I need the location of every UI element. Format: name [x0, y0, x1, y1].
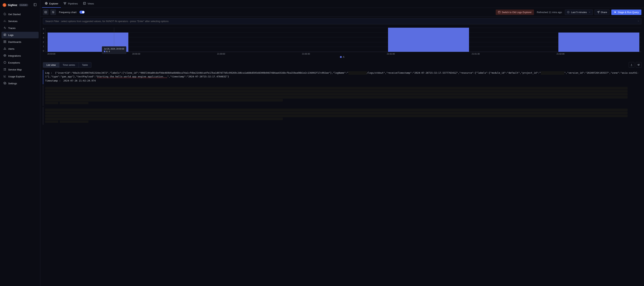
svg-rect-41: [45, 11, 47, 13]
redacted-text: [45, 99, 283, 101]
switch-old-explorer-label: Switch to Old Logs Explorer: [502, 11, 532, 14]
view-tab-table[interactable]: Table: [79, 62, 91, 67]
svg-point-28: [4, 83, 5, 84]
frequency-chart-label: Frequency chart: [59, 11, 76, 14]
sidebar-item-label: Dashboards: [8, 41, 21, 43]
share-label: Share: [601, 11, 607, 14]
sidebar-item-services[interactable]: Services: [2, 18, 38, 25]
svg-point-17: [5, 63, 5, 63]
download-button[interactable]: [629, 62, 634, 68]
frequency-chart[interactable]: 543210 20:59:0020:59:3021:00:0021:00:302…: [40, 26, 644, 61]
grid-icon: [3, 40, 6, 44]
play-icon: [614, 11, 616, 14]
frequency-chart-toggle[interactable]: [80, 11, 85, 14]
redacted-text: [45, 117, 283, 120]
view-tab-list-view[interactable]: List view: [43, 62, 59, 67]
switch-old-explorer-button[interactable]: Switch to Old Logs Explorer: [496, 10, 534, 15]
sidebar-item-usage-explorer[interactable]: Usage Explorer: [2, 73, 38, 80]
sidebar-item-exceptions[interactable]: Exceptions: [2, 59, 38, 66]
svg-rect-12: [5, 42, 6, 43]
sidebar-item-label: Usage Explorer: [8, 75, 25, 78]
chart-bar[interactable]: [48, 33, 128, 52]
alert-triangle-icon: [3, 47, 6, 51]
sidebar-item-service-map[interactable]: Service Map: [2, 66, 38, 73]
network-icon: [3, 68, 6, 71]
x-tick: 20:59:30: [132, 53, 217, 55]
log-entry[interactable]: [43, 85, 642, 106]
log-label: Log :: [45, 71, 52, 74]
sidebar-item-label: Exceptions: [8, 61, 20, 64]
sidebar-item-logs[interactable]: Logs: [2, 32, 38, 38]
svg-rect-44: [498, 11, 500, 13]
timestamp-label: Timestamp :: [45, 79, 61, 82]
redacted-text: [45, 87, 628, 90]
tab-icon: [64, 2, 66, 6]
y-tick: 5: [43, 28, 44, 30]
y-tick: 4: [43, 32, 44, 34]
redacted-text: [45, 109, 628, 111]
x-tick: 21:00:30: [302, 53, 387, 55]
chart-bar[interactable]: [388, 28, 469, 52]
svg-rect-11: [4, 42, 5, 43]
y-tick: 2: [43, 41, 44, 43]
svg-rect-38: [84, 2, 86, 5]
sidebar-item-label: Settings: [8, 82, 17, 85]
redacted-text: [45, 112, 628, 114]
redacted-text: [45, 102, 58, 104]
tab-label: Views: [88, 2, 94, 5]
svg-rect-36: [65, 3, 66, 3]
svg-line-43: [52, 12, 54, 13]
view-tab-time-series[interactable]: Time series: [59, 62, 79, 67]
gear-icon: [3, 82, 6, 85]
terminal-button[interactable]: [43, 9, 48, 15]
brand-name: SigNoz: [8, 3, 17, 7]
chart-bar[interactable]: [558, 33, 639, 52]
legend-swatch: [340, 56, 342, 58]
redacted-text: [45, 115, 628, 117]
tab-views[interactable]: Views: [80, 0, 96, 8]
cloud-badge: CLOUD: [19, 4, 28, 6]
y-tick: 3: [43, 37, 44, 39]
x-tick: 21:00:00: [217, 53, 302, 55]
svg-point-30: [46, 3, 47, 4]
x-tick: 21:01:00: [387, 53, 472, 55]
sidebar-item-alerts[interactable]: Alerts: [2, 46, 38, 52]
logs-icon: [3, 33, 6, 37]
sidebar-item-get-started[interactable]: Get Started: [2, 11, 38, 18]
time-range-value: Last 5 minutes: [571, 11, 587, 14]
package-icon: [3, 54, 6, 58]
tab-icon: [83, 2, 86, 6]
svg-point-21: [6, 70, 6, 70]
search-filter-input[interactable]: [43, 18, 642, 24]
svg-rect-35: [64, 3, 64, 3]
run-query-button[interactable]: Stage & Run Query: [611, 10, 642, 15]
sidebar-item-settings[interactable]: Settings: [2, 80, 38, 87]
redacted-text: [45, 96, 628, 98]
chevron-down-icon: [588, 11, 591, 13]
redacted-text: [45, 93, 628, 95]
columns-settings-button[interactable]: [636, 62, 642, 68]
tab-pipelines[interactable]: Pipelines: [61, 0, 80, 8]
legend-label: A: [343, 56, 344, 58]
svg-point-18: [4, 68, 4, 69]
log-body: {"insertId":"66a3c18100074d1314ec3472","…: [45, 71, 639, 78]
sidebar-collapse-button[interactable]: [33, 2, 38, 8]
y-tick: 1: [43, 45, 44, 48]
time-range-selector[interactable]: Last 5 minutes: [565, 10, 593, 15]
svg-rect-9: [4, 41, 5, 42]
tab-icon: [45, 2, 48, 6]
cancel-query-button[interactable]: [50, 9, 56, 15]
share-button[interactable]: Share: [594, 10, 610, 15]
redacted-text: [45, 120, 58, 123]
log-entry[interactable]: Log : {"insertId":"66a3c18100074d1314ec3…: [43, 70, 642, 84]
tab-explorer[interactable]: Explorer: [42, 0, 61, 8]
line-chart-icon: [3, 75, 6, 78]
sidebar-item-dashboards[interactable]: Dashboards: [2, 39, 38, 45]
run-query-label: Stage & Run Query: [618, 11, 639, 14]
redacted-text: [541, 71, 564, 75]
log-entry[interactable]: [43, 107, 642, 125]
sidebar-item-integrations[interactable]: Integrations: [2, 53, 38, 59]
y-tick: 0: [43, 50, 44, 52]
sidebar-item-traces[interactable]: Traces: [2, 25, 38, 31]
svg-point-14: [5, 49, 5, 49]
